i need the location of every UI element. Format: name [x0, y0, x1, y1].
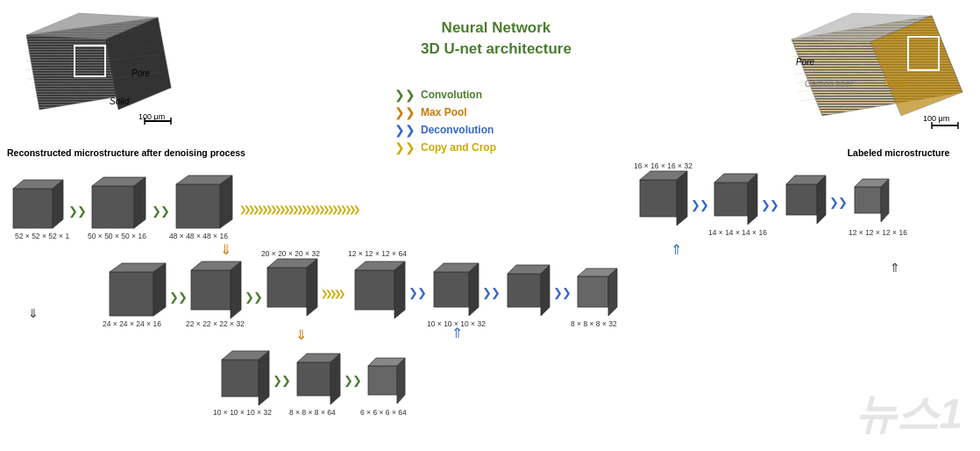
cube-2-5	[434, 263, 479, 316]
svg-text:⇓: ⇓	[295, 327, 307, 342]
svg-text:❯❯❯❯❯: ❯❯❯❯❯	[321, 289, 344, 299]
svg-rect-42	[176, 184, 220, 228]
svg-text:12 × 12 × 12 × 16: 12 × 12 × 12 × 16	[849, 228, 907, 237]
scalebar-left: 100 μm	[138, 112, 165, 121]
svg-text:❯❯: ❯❯	[68, 204, 86, 218]
svg-rect-32	[13, 189, 53, 228]
convolution-label: Convolution	[421, 89, 482, 101]
cube-r2	[714, 174, 757, 225]
svg-text:⇑: ⇑	[671, 242, 682, 257]
deconvolution-icon: ❯❯	[394, 123, 415, 137]
cube-r1	[640, 171, 687, 226]
svg-marker-94	[541, 265, 550, 316]
deconvolution-label: Deconvolution	[421, 124, 494, 136]
svg-rect-107	[297, 362, 330, 396]
svg-text:⇓: ⇓	[28, 306, 39, 320]
maxpool-label: Max Pool	[421, 106, 467, 118]
svg-text:10 × 10 × 10 × 32: 10 × 10 × 10 × 32	[213, 408, 272, 417]
svg-text:❯❯: ❯❯	[273, 374, 290, 388]
convolution-icon: ❯❯	[394, 88, 415, 102]
microstructure-right: Pore Carbon fiber Binder 100 μm	[778, 9, 971, 132]
svg-text:20 × 20 × 20 × 32: 20 × 20 × 20 × 32	[261, 249, 320, 258]
nn-title-line1: Neural Network3D U-net architecture	[421, 18, 572, 60]
cube-2-2	[191, 261, 241, 319]
svg-text:❯❯: ❯❯	[344, 374, 361, 388]
legend-copyandcrop: ❯❯ Copy and Crop	[394, 140, 496, 154]
svg-text:14 × 14 × 14 × 16: 14 × 14 × 14 × 16	[708, 228, 767, 237]
svg-rect-77	[267, 268, 307, 307]
maxpool-icon: ❯❯	[394, 105, 415, 119]
svg-marker-44	[220, 175, 232, 228]
svg-text:48 × 48 × 48 × 16: 48 × 48 × 48 × 16	[169, 232, 228, 240]
cube-r4	[855, 179, 889, 222]
cube-3	[176, 175, 232, 228]
scalebar-right: 100 μm	[923, 114, 949, 123]
legend-convolution: ❯❯ Convolution	[394, 88, 496, 102]
svg-rect-61	[855, 187, 881, 213]
svg-text:22 × 22 × 22 × 32: 22 × 22 × 22 × 32	[186, 319, 245, 328]
watermark: 뉴스1	[855, 386, 962, 442]
microstructure-left: Pore Solid 100 μm	[9, 9, 184, 132]
svg-text:❯❯: ❯❯	[761, 198, 778, 212]
copyandcrop-label: Copy and Crop	[421, 141, 496, 154]
svg-text:❯❯: ❯❯	[169, 290, 187, 304]
svg-rect-102	[222, 360, 259, 397]
svg-text:8 × 8 × 8 × 64: 8 × 8 × 8 × 64	[289, 408, 336, 417]
svg-text:❯❯: ❯❯	[152, 204, 169, 218]
svg-rect-37	[92, 186, 134, 228]
svg-marker-79	[307, 259, 317, 316]
cube-1	[13, 180, 63, 228]
legend-maxpool: ❯❯ Max Pool	[394, 105, 496, 119]
cube-3-2	[297, 354, 340, 404]
svg-marker-63	[881, 179, 889, 222]
svg-text:24 × 24 × 24 × 16: 24 × 24 × 24 × 16	[103, 319, 161, 328]
main-container: Pore Solid 100 μm	[0, 0, 980, 451]
svg-rect-57	[786, 184, 817, 215]
svg-marker-59	[817, 175, 826, 224]
label-carbon: Carbon fiber	[805, 79, 853, 89]
svg-text:❯❯: ❯❯	[408, 286, 426, 300]
svg-marker-74	[231, 261, 241, 319]
cube-2	[92, 177, 146, 228]
svg-text:❯❯: ❯❯	[245, 290, 262, 304]
copyandcrop-icon: ❯❯	[394, 140, 415, 154]
svg-text:❯❯: ❯❯	[553, 286, 571, 300]
svg-rect-82	[355, 270, 394, 310]
label-pore-right: Pore	[796, 57, 814, 67]
svg-text:12 × 12 × 12 × 64: 12 × 12 × 12 × 64	[348, 249, 407, 258]
svg-rect-52	[714, 183, 748, 216]
svg-text:⇑: ⇑	[451, 326, 463, 340]
svg-marker-69	[153, 263, 166, 316]
svg-rect-112	[368, 366, 397, 395]
legend: ❯❯ Convolution ❯❯ Max Pool ❯❯ Deconvolut…	[394, 88, 496, 154]
label-solid: Solid	[110, 97, 129, 106]
cube-3-1	[222, 351, 269, 405]
svg-text:❯❯: ❯❯	[829, 196, 847, 210]
svg-text:⇑: ⇑	[890, 261, 900, 275]
svg-marker-34	[53, 180, 63, 228]
svg-text:⇓: ⇓	[220, 242, 231, 257]
nn-title: Neural Network3D U-net architecture	[421, 18, 572, 60]
svg-text:❯❯❯❯❯❯❯❯❯❯❯❯❯❯❯❯❯❯❯❯❯❯❯❯❯❯❯: ❯❯❯❯❯❯❯❯❯❯❯❯❯❯❯❯❯❯❯❯❯❯❯❯❯❯❯	[239, 204, 359, 215]
svg-rect-96	[578, 276, 608, 307]
svg-text:❯❯: ❯❯	[691, 198, 708, 212]
svg-text:50 × 50 × 50 × 16: 50 × 50 × 50 × 16	[88, 232, 146, 240]
legend-deconvolution: ❯❯ Deconvolution	[394, 123, 496, 137]
cube-2-1	[110, 263, 166, 316]
cube-2-4	[355, 261, 405, 319]
label-binder: Binder	[884, 79, 909, 89]
cube-r3	[786, 175, 826, 224]
svg-text:❯❯: ❯❯	[482, 286, 500, 300]
svg-marker-84	[394, 261, 405, 319]
svg-text:16 × 16 × 16 × 32: 16 × 16 × 16 × 32	[634, 161, 692, 170]
diagram-svg: 52 × 52 × 52 × 1 ❯❯ 50 × 50 × 50 × 16 ❯❯…	[4, 158, 973, 443]
svg-marker-114	[397, 358, 405, 404]
svg-rect-92	[508, 274, 541, 307]
label-pore-left: Pore	[131, 68, 150, 78]
svg-rect-87	[434, 272, 469, 307]
svg-marker-98	[608, 268, 617, 316]
svg-marker-49	[677, 171, 687, 226]
cube-2-6	[508, 265, 550, 316]
reconstructed-label: Reconstructed microstructure after denoi…	[7, 147, 245, 158]
svg-marker-39	[134, 177, 146, 228]
